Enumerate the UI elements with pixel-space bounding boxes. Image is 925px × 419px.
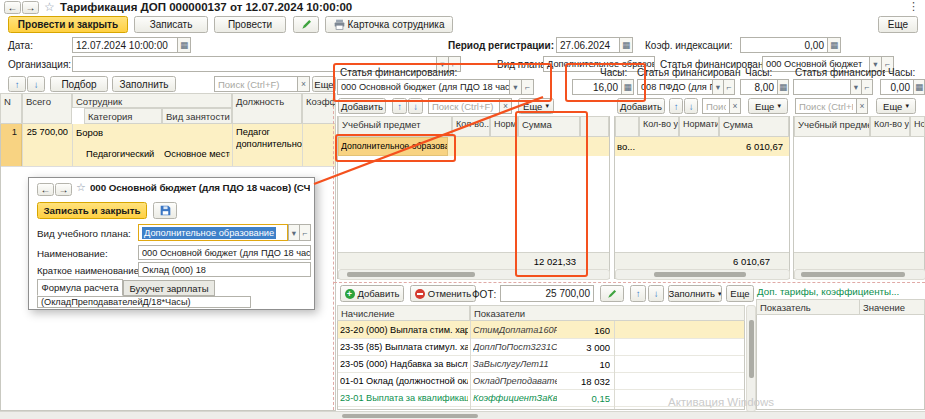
nav-forward-button[interactable]: → <box>22 1 39 14</box>
move-down-button[interactable]: ↓ <box>27 76 45 92</box>
accrual-cancel-button[interactable]: Отменить <box>410 285 476 302</box>
period-field[interactable]: 27.06.2024 <box>556 37 620 53</box>
accrual-value[interactable]: 3 000 <box>556 342 610 353</box>
p1-down-button[interactable]: ↓ <box>408 98 423 114</box>
p3-col-qty[interactable]: Кол-во уч. <box>870 116 910 137</box>
p2-finance-field[interactable]: 008 ПФДО (для ПДО 18 часов) <box>637 79 713 95</box>
accrual-value[interactable]: 160 <box>556 325 610 336</box>
tab-accounting[interactable]: Бухучет зарплаты <box>123 280 215 296</box>
accrual-indicator[interactable]: ДоплПоПост3231С10... <box>473 342 557 352</box>
favorite-star-icon[interactable]: ☆ <box>44 0 55 14</box>
accrual-fill-button[interactable]: Заполнить▾ <box>668 285 722 302</box>
accrual-name[interactable]: 23-20 (000) Выплата стим. хар-ра отдельн… <box>340 325 468 335</box>
p3-col-subject[interactable]: Учебный предмет <box>794 116 870 137</box>
post-and-close-button[interactable]: Провести и закрыть <box>8 16 128 33</box>
dialog-save-button[interactable] <box>153 202 177 219</box>
employee-position-line1[interactable]: Педагог <box>236 127 302 137</box>
employee-name-cell[interactable]: Боров <box>76 127 226 138</box>
accrual-value[interactable]: 0,15 <box>556 393 610 404</box>
dialog-plan-type-field[interactable]: Дополнительное образование <box>138 224 288 241</box>
employee-position-line2[interactable]: дополнительного ... <box>236 139 302 149</box>
col-header-n[interactable]: N <box>0 93 22 124</box>
p2-col-sum[interactable]: Сумма <box>719 116 789 137</box>
extra-tariffs-link[interactable]: Доп. тарифы, коэффициенты... <box>757 286 899 297</box>
fot-field[interactable]: 25 700,00 <box>500 285 594 302</box>
p1-open-icon[interactable]: ⌐ <box>521 79 534 95</box>
accrual-indicator[interactable]: СтимДоплата160Руб2 <box>473 325 557 335</box>
col-header-coeff[interactable]: Коэфф <box>302 93 336 124</box>
accrual-name[interactable]: 23-05 (000) Надбавка за выслугу лет ДОП.… <box>340 359 468 369</box>
dialog-plan-open-icon[interactable]: ⌐ <box>299 224 311 241</box>
period-calendar-icon[interactable]: ▦ <box>619 37 633 53</box>
p1-col-subject[interactable]: Учебный предмет <box>338 116 452 137</box>
index-coeff-calc-icon[interactable]: ▦ <box>827 37 841 53</box>
p1-clear-search-icon[interactable]: × <box>499 98 512 114</box>
accrual-name[interactable]: 23-35 (85) Выплата стимул. хар-ра отдель… <box>340 342 468 352</box>
p2-hscrollbar[interactable] <box>615 269 790 280</box>
employee-row-number[interactable]: 1 <box>1 124 22 166</box>
p3-hours-calc-icon[interactable]: ▦ <box>913 79 925 95</box>
accrual-indicator[interactable]: ЗаВыслугуЛет11 <box>473 359 557 369</box>
accrual-indicator[interactable]: ОкладПреподавател... <box>473 376 557 386</box>
move-up-button[interactable]: ↑ <box>8 76 26 92</box>
accrual-down-button[interactable]: ↓ <box>648 285 664 302</box>
dialog-star-icon[interactable]: ☆ <box>76 181 86 194</box>
p1-search-input[interactable] <box>428 98 500 114</box>
save-button[interactable]: Записать <box>134 16 208 33</box>
fot-edit-button[interactable] <box>600 285 624 302</box>
employees-clear-search-icon[interactable]: × <box>297 76 310 92</box>
edit-pen-button[interactable] <box>293 16 319 33</box>
p3-clear-search-icon[interactable]: × <box>856 98 868 114</box>
accrual-col-indicators[interactable]: Показатели <box>470 305 745 321</box>
accrual-indicator[interactable]: КоэффициентЗаКвал... <box>473 393 557 403</box>
nav-back-button[interactable]: ← <box>4 1 21 14</box>
dialog-short-name-field[interactable]: Оклад (000) 18 <box>138 262 311 277</box>
employee-total-cell[interactable]: 25 700,00 <box>24 127 68 137</box>
dialog-forward-button[interactable]: → <box>55 183 72 196</box>
post-button[interactable]: Провести <box>214 16 286 33</box>
accrual-value[interactable]: 18 032 <box>556 376 610 387</box>
date-calendar-icon[interactable]: ▦ <box>177 37 191 53</box>
p1-more-button[interactable]: Еще▾ <box>518 98 554 114</box>
p3-col-norm[interactable]: Нор <box>910 116 925 137</box>
splitter-horizontal[interactable] <box>334 282 925 283</box>
col-header-employment[interactable]: Вид занятости <box>162 108 232 124</box>
more-button-top[interactable]: Еще <box>878 16 918 33</box>
date-field[interactable]: 12.07.2024 10:00:00 <box>72 37 178 53</box>
p1-hours-calc-icon[interactable]: ▦ <box>621 79 634 95</box>
p2-down-button[interactable]: ↓ <box>684 98 698 114</box>
splitter-vertical[interactable] <box>333 96 334 410</box>
p3-open-icon[interactable]: ⌐ <box>861 79 873 95</box>
p2-search-input[interactable] <box>702 98 730 114</box>
p2-clear-search-icon[interactable]: × <box>729 98 741 114</box>
tab-formula[interactable]: Формула расчета <box>37 279 123 296</box>
p1-hscrollbar[interactable] <box>338 269 610 280</box>
p2-add-button[interactable]: Добавить <box>617 98 665 114</box>
pick-button[interactable]: Подбор <box>50 76 108 92</box>
p1-up-button[interactable]: ↑ <box>392 98 407 114</box>
p3-search-input[interactable] <box>795 98 857 114</box>
bottom-scrollbar[interactable] <box>0 411 925 419</box>
employees-more-button[interactable]: Еще <box>312 76 336 92</box>
employees-search-input[interactable] <box>214 76 298 92</box>
accrual-value[interactable]: 10 <box>556 359 610 370</box>
p3-hours-field[interactable]: 0,00 <box>880 79 914 95</box>
extra-col-value[interactable]: Значение <box>859 299 925 315</box>
menu-icon[interactable]: ⋮ <box>908 0 919 13</box>
dialog-name-field[interactable]: 000 Основной бюджет (для ПДО 18 часов) <box>138 245 311 260</box>
accrual-col-name[interactable]: Начисление <box>337 305 470 321</box>
p3-hscrollbar[interactable] <box>794 269 925 280</box>
p2-open-icon[interactable]: ⌐ <box>723 79 735 95</box>
p3-finance-field[interactable] <box>793 79 851 95</box>
employee-category-cell[interactable]: Педагогический <box>86 149 160 159</box>
dialog-save-close-button[interactable]: Записать и закрыть <box>37 202 147 219</box>
p1-add-button[interactable]: Добавить <box>338 98 386 114</box>
p2-hours-calc-icon[interactable]: ▦ <box>777 79 789 95</box>
accrual-up-button[interactable]: ↑ <box>630 285 646 302</box>
accrual-more-button[interactable]: Еще <box>726 285 754 302</box>
fill-button[interactable]: Заполнить <box>112 76 176 92</box>
extra-col-indicator[interactable]: Показатель <box>756 299 860 315</box>
p1-col-norm[interactable]: Норм... <box>490 116 518 137</box>
dialog-formula-field[interactable]: (ОкладПреподавателейД/18*Часы) <box>37 296 251 308</box>
accrual-name[interactable]: 23-01 Выплата за квалификационную кате..… <box>340 393 468 403</box>
